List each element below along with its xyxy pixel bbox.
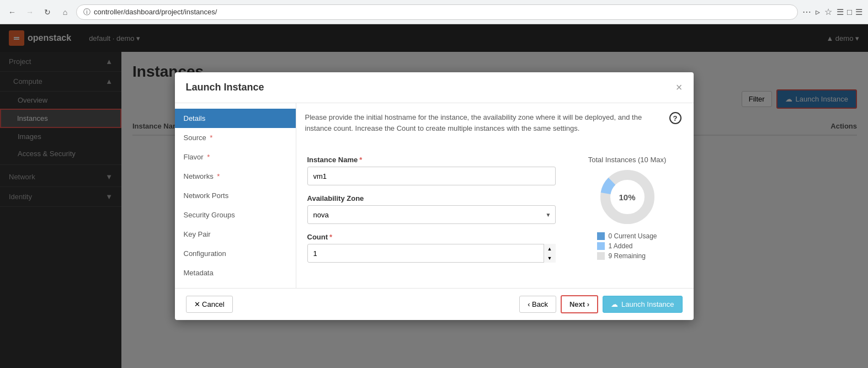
back-button[interactable]: ←: [6, 6, 19, 19]
legend-added-label: 1 Added: [608, 242, 632, 250]
browser-right: ☰ □ ☰: [837, 7, 862, 17]
form-group-availability-zone: Availability Zone nova Any Availability …: [307, 194, 556, 224]
windows-icon: □: [847, 7, 852, 17]
legend-current-label: 0 Current Usage: [608, 232, 657, 240]
count-input[interactable]: [307, 244, 556, 263]
cancel-icon: ✕: [194, 300, 200, 308]
modal-nav-key-pair[interactable]: Key Pair: [175, 225, 296, 244]
networks-required: *: [217, 172, 220, 180]
modal-overlay: Launch Instance × Details Source * Flavo…: [0, 24, 868, 368]
browser-icons: ⋯ ▹ ☆: [802, 7, 832, 17]
launch-instance-modal-label: Launch Instance: [621, 300, 674, 308]
back-button-modal[interactable]: ‹ Back: [519, 296, 556, 313]
legend-current-color: [597, 232, 605, 240]
launch-instance-modal: Launch Instance × Details Source * Flavo…: [175, 72, 694, 320]
count-down-button[interactable]: ▼: [544, 253, 556, 263]
legend-current-usage: 0 Current Usage: [597, 232, 657, 240]
count-required: *: [329, 233, 332, 241]
url-bar: ⓘ controller/dashboard/project/instances…: [76, 4, 798, 20]
availability-zone-select[interactable]: nova Any Availability Zone: [307, 205, 556, 224]
modal-form: Instance Name * Availability Zone nova: [307, 156, 556, 277]
help-icon[interactable]: ?: [669, 112, 681, 124]
modal-description-row: Please provide the initial hostname for …: [296, 103, 694, 145]
donut-percent: 10%: [619, 193, 635, 202]
menu-icon: ⋯: [802, 7, 811, 17]
modal-nav-flavor[interactable]: Flavor *: [175, 147, 296, 167]
shield-icon: ▹: [816, 7, 820, 17]
instance-name-label: Instance Name *: [307, 156, 556, 164]
legend-added: 1 Added: [597, 242, 657, 250]
modal-body: Details Source * Flavor * Networks * Net…: [175, 103, 694, 288]
modal-description: Please provide the initial hostname for …: [305, 112, 664, 134]
star-icon: ☆: [824, 7, 832, 17]
modal-chart: Total Instances (10 Max): [572, 156, 683, 277]
launch-cloud-icon: ☁: [611, 300, 618, 308]
count-spinners: ▲ ▼: [544, 244, 556, 263]
modal-footer: ✕ Cancel ‹ Back Next › ☁ Launch Instance: [175, 288, 694, 320]
form-group-count: Count * ▲ ▼: [307, 233, 556, 263]
home-button[interactable]: ⌂: [58, 6, 72, 19]
modal-nav: Details Source * Flavor * Networks * Net…: [175, 103, 296, 288]
browser-chrome: ← → ↻ ⌂ ⓘ controller/dashboard/project/i…: [0, 0, 868, 24]
settings-icon: ☰: [855, 7, 862, 17]
modal-header: Launch Instance ×: [175, 72, 694, 103]
modal-close-button[interactable]: ×: [676, 81, 683, 94]
modal-nav-configuration[interactable]: Configuration: [175, 244, 296, 263]
reload-button[interactable]: ↻: [41, 6, 54, 19]
modal-title: Launch Instance: [186, 82, 264, 93]
modal-nav-network-ports[interactable]: Network Ports: [175, 186, 296, 205]
legend-remaining: 9 Remaining: [597, 252, 657, 260]
count-label: Count *: [307, 233, 556, 241]
count-input-wrapper: ▲ ▼: [307, 244, 556, 263]
cancel-button[interactable]: ✕ Cancel: [186, 296, 233, 313]
chart-title: Total Instances (10 Max): [588, 156, 667, 164]
forward-button[interactable]: →: [23, 6, 36, 19]
modal-form-area: Please provide the initial hostname for …: [296, 103, 694, 288]
legend-added-color: [597, 242, 605, 250]
count-up-button[interactable]: ▲: [544, 244, 556, 253]
legend-remaining-label: 9 Remaining: [608, 252, 645, 260]
source-required: *: [210, 134, 212, 142]
modal-nav-metadata[interactable]: Metadata: [175, 263, 296, 282]
instance-name-input[interactable]: [307, 167, 556, 185]
availability-zone-select-wrapper: nova Any Availability Zone ▼: [307, 205, 556, 224]
donut-chart: 10%: [600, 169, 655, 225]
next-button[interactable]: Next ›: [561, 295, 598, 313]
modal-nav-source[interactable]: Source *: [175, 128, 296, 147]
availability-zone-label: Availability Zone: [307, 194, 556, 202]
launch-instance-button-modal[interactable]: ☁ Launch Instance: [603, 296, 682, 313]
instance-name-required: *: [359, 156, 362, 164]
url-text: controller/dashboard/project/instances/: [94, 8, 217, 16]
donut-container: Total Instances (10 Max): [572, 156, 683, 262]
flavor-required: *: [207, 153, 210, 161]
chart-legend: 0 Current Usage 1 Added 9 Remaining: [597, 232, 657, 262]
modal-nav-networks[interactable]: Networks *: [175, 167, 296, 186]
modal-main: Instance Name * Availability Zone nova: [296, 145, 694, 288]
legend-remaining-color: [597, 252, 605, 260]
modal-nav-security-groups[interactable]: Security Groups: [175, 205, 296, 225]
modal-nav-details[interactable]: Details: [175, 109, 296, 128]
form-group-instance-name: Instance Name *: [307, 156, 556, 185]
bookmarks-icon: ☰: [837, 7, 844, 17]
